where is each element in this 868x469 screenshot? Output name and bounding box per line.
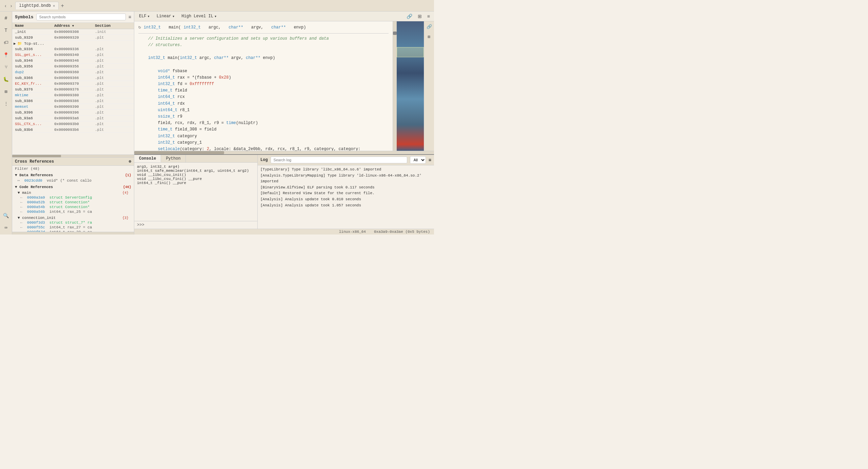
symbols-menu-button[interactable]: ≡ [129,14,131,20]
code-refs-header[interactable]: ▼ Code References {46} [15,184,131,190]
tab-filename: lighttpd.bndb [19,3,51,8]
forward-button[interactable]: › [8,2,14,10]
table-row[interactable]: _init 0x000009308 .init [12,29,134,35]
sidebar-icon-bug[interactable]: 🐛 [2,75,10,83]
code-horizontal-scrollbar[interactable] [134,151,434,154]
code-vertical-scrollbar[interactable] [393,21,397,151]
hlil-dropdown-arrow: ▾ [214,14,217,19]
elf-label: ELF [139,14,146,19]
left-panel: Symbols ≡ Name Address ▼ Section _ini [12,12,134,234]
table-row[interactable]: SSL_CTX_s... 0x0000093b0 .plt [12,121,134,127]
folder-icon-symbol: 📁 [17,41,22,46]
xref-code-item[interactable]: ← 0000a3a9 struct ServerConfig [18,195,129,200]
hlil-dropdown[interactable]: High Level IL ▾ [179,13,219,20]
table-row[interactable]: sub_9336 0x000009336 .plt [12,46,134,52]
table-row[interactable]: SSL_get_s... 0x000009340 .plt [12,52,134,58]
log-entry: [Analysis.TypeLibraryMapping] Type libra… [260,173,431,185]
xref-data-item[interactable]: ↦ 0023cdd0 void* (* const callo [15,178,131,183]
table-row[interactable]: sub_9376 0x000009376 .plt [12,87,134,93]
table-row[interactable]: sub_9396 0x000009396 .plt [12,110,134,116]
symbols-table-header: Name Address ▼ Section [12,23,134,29]
symbols-header: Symbols ≡ [12,12,134,23]
right-icon-link[interactable]: 🔗 [427,24,432,29]
bottom-panel: Console Python arg3, int32_t arg4) int64… [134,154,434,229]
cross-references-panel: Cross References ⊕ Filter (48) ▼ Data Re… [12,157,134,232]
tab-python[interactable]: Python [161,155,185,162]
linear-dropdown-arrow: ▾ [172,14,175,19]
right-icon-layers[interactable]: ⊞ [428,34,431,40]
search-symbols-input[interactable] [36,14,126,20]
log-search-input[interactable] [271,157,407,163]
xref-code-item[interactable]: ← 0000a54b struct Connection* [18,205,129,209]
xref-main-header[interactable]: ▼ main {4} [18,190,129,195]
code-block: // Initializes a server configuration an… [138,36,389,151]
mini-map-content [397,21,424,151]
table-row[interactable]: sub_93b6 0x0000093b6 .plt [12,127,134,133]
table-row[interactable]: sub_9346 0x000009346 .plt [12,58,134,64]
mini-map-highlight [397,47,424,57]
sidebar-icon-stack[interactable]: ⋮ [2,100,10,108]
xref-connection-header[interactable]: ▼ connection_init {3} [18,216,129,220]
table-row[interactable]: sub_93a6 0x0000093a6 .plt [12,116,134,121]
tab-console[interactable]: Console [134,155,161,162]
sidebar-icon-git[interactable]: ⑂ [2,63,10,71]
xref-code-item[interactable]: ← 0000f3d3 struct struct_7* ra [18,220,129,225]
code-content[interactable]: ↻ int32_t main(int32_t argc, char** argv… [134,21,393,151]
right-side: ELF ▾ Linear ▾ High Level IL ▾ 🔗 ⊞ ≡ [134,12,434,234]
xref-code-item[interactable]: ← 0000a52b struct Connection* [18,200,129,205]
sidebar-icon-search[interactable]: 🔍 [2,211,10,220]
console-input[interactable] [146,223,255,227]
log-filter-select[interactable]: All [410,156,426,164]
columns-icon-button[interactable]: ⊞ [416,13,423,20]
link-icon-button[interactable]: 🔗 [405,13,414,20]
xref-code-item[interactable]: ← 0000a56b int64_t rax_25 = ca [18,209,129,214]
status-bar: linux-x86_64 0xa3a9–0xa3ae (0x5 bytes) [134,229,434,234]
table-row[interactable]: EC_KEY_fr... 0x000009370 .plt [12,81,134,87]
right-panel-icons: 🔗 ⊞ [424,21,434,151]
sort-arrow: ▼ [72,24,74,28]
table-row-folder[interactable]: ▶ 📁 Tcp-st... [12,41,134,46]
main-layout: # T 🏷 📍 ⑂ 🐛 ⊞ ⋮ 🔍 ⌨ Symbols ≡ Name Addre… [0,12,434,234]
xref-code-item[interactable]: ← 0000f55c int64_t rax_27 = ca [18,225,129,230]
sidebar-icon-terminal[interactable]: ⌨ [2,224,10,232]
data-refs-header[interactable]: ▼ Data References {1} [15,172,131,178]
add-tab-button[interactable]: + [61,3,64,9]
elf-dropdown[interactable]: ELF ▾ [137,13,152,20]
code-references-section: ▼ Code References {46} ▼ main {4} ← 0000… [12,184,134,232]
linear-dropdown[interactable]: Linear ▾ [155,13,177,20]
mini-map[interactable] [397,21,424,151]
xref-filter[interactable]: Filter (48) [12,166,134,172]
toolbar-right: 🔗 ⊞ ≡ [405,13,431,20]
table-row[interactable]: sub_9320 0x000009320 .plt [12,35,134,41]
sidebar-icon-t[interactable]: T [2,26,10,35]
status-arch: linux-x86_64 [339,230,366,234]
cross-refs-header: Cross References ⊕ [12,158,134,166]
tab-close-button[interactable]: × [53,4,55,8]
table-row[interactable]: dup2 0x000009360 .plt [12,69,134,75]
log-header: Log All ≡ [258,155,434,165]
log-menu-button[interactable]: ≡ [429,157,431,163]
refresh-icon[interactable]: ↻ [138,24,141,31]
sidebar-icon-hash[interactable]: # [2,14,10,22]
table-row[interactable]: sub_9386 0x000009386 .plt [12,98,134,104]
log-entry: [Analysis] Analysis update took 0.810 se… [260,197,431,203]
sidebar-icon-pin[interactable]: 📍 [2,51,10,59]
xref-main-subsection: ▼ main {4} ← 0000a3a9 struct ServerConfi… [15,190,131,215]
main-tab[interactable]: lighttpd.bndb × [15,2,59,9]
xref-horizontal-scrollbar[interactable] [12,232,134,234]
table-row[interactable]: sub_9356 0x000009356 .plt [12,64,134,69]
sidebar-icon-tag[interactable]: 🏷 [2,39,10,47]
sidebar-icons: # T 🏷 📍 ⑂ 🐛 ⊞ ⋮ 🔍 ⌨ [0,12,12,234]
menu-icon-button[interactable]: ≡ [426,13,431,20]
cross-refs-pin-icon[interactable]: ⊕ [129,159,131,164]
col-sect-header: Section [95,24,115,28]
table-row[interactable]: sub_9366 0x000009366 .plt [12,75,134,81]
symbols-horizontal-scrollbar[interactable] [12,155,134,157]
console-tabs: Console Python [134,155,257,163]
col-name-header: Name [14,24,54,28]
back-button[interactable]: ‹ [3,2,8,10]
table-row[interactable]: mktime 0x000009380 .plt [12,93,134,98]
table-row[interactable]: memset 0x000009390 .plt [12,104,134,110]
sidebar-icon-grid[interactable]: ⊞ [2,87,10,96]
elf-dropdown-arrow: ▾ [147,14,150,19]
